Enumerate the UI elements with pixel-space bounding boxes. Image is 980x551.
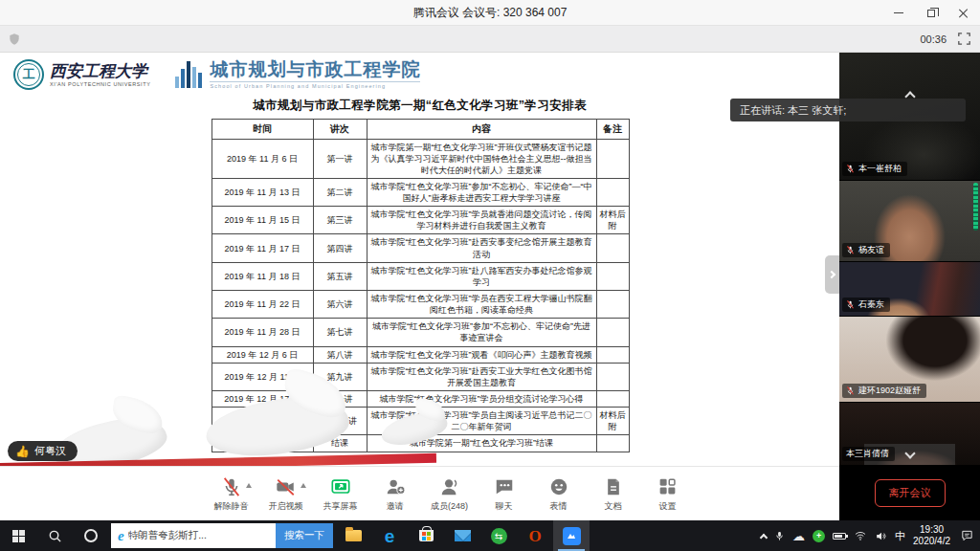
close-button[interactable] xyxy=(947,0,980,26)
university-logo: 工 xyxy=(13,59,44,90)
microsoft-store-button[interactable] xyxy=(408,520,444,551)
folder-icon xyxy=(345,530,362,541)
meeting-toolbar: 解除静音 开启视频 共享屏幕 邀请 成员(248) xyxy=(0,466,839,520)
start-video-button[interactable]: 开启视频 xyxy=(258,475,313,513)
edge-icon: e xyxy=(385,527,395,545)
cell-content: 城市学院“红色文化学习班”学员在西安工程大学骊山书院翻阅红色书籍，阅读革命经典 xyxy=(367,291,596,319)
mic-muted-icon xyxy=(846,246,855,254)
taskbar-clock[interactable]: 19:30 2020/4/2 xyxy=(913,524,950,548)
video-tile[interactable]: 石秦东 xyxy=(839,262,980,317)
emoji-button[interactable]: 表情 xyxy=(531,475,586,513)
news-search-box[interactable]: e 特朗普夸彭斯打... 搜索一下 xyxy=(111,523,333,548)
sidebar-collapse-tab[interactable] xyxy=(825,255,839,294)
table-row: 2019 年 11 月 22 日第六讲城市学院“红色文化学习班”学员在西安工程大… xyxy=(212,291,629,319)
green-app-button[interactable]: ⇆ xyxy=(480,520,517,551)
cell-lecture: 第一讲 xyxy=(313,139,367,178)
document-header: 工 西安工程大学 XI'AN POLYTECHNIC UNIVERSITY 城市… xyxy=(13,59,839,90)
office-icon: O xyxy=(528,528,541,544)
members-icon xyxy=(439,476,460,497)
cell-note xyxy=(596,435,629,452)
invite-button[interactable]: 邀请 xyxy=(368,475,422,513)
meeting-title: 腾讯会议 会议号: 320 364 007 xyxy=(413,5,568,21)
volume-icon[interactable] xyxy=(875,530,887,542)
document-icon xyxy=(604,476,623,497)
main-area: 工 西安工程大学 XI'AN POLYTECHNIC UNIVERSITY 城市… xyxy=(0,53,980,466)
clock-date: 2020/4/2 xyxy=(913,536,950,548)
search-icon xyxy=(48,529,62,543)
fullscreen-button[interactable] xyxy=(958,33,970,45)
cell-lecture: 第三讲 xyxy=(313,207,367,234)
cell-date: 2019 年 11 月 17 日 xyxy=(212,234,313,262)
restore-button[interactable] xyxy=(915,0,947,26)
participant-name: 建环1902赵娅舒 xyxy=(858,385,921,397)
file-explorer-button[interactable] xyxy=(335,520,371,551)
antivirus-shield-icon[interactable]: + xyxy=(813,530,825,542)
col-header-time: 时间 xyxy=(212,120,313,140)
toolbar-right-area: 离开会议 xyxy=(839,466,980,520)
share-screen-button[interactable]: 共享屏幕 xyxy=(313,475,368,513)
cortana-button[interactable] xyxy=(73,520,109,551)
table-row: 2019 年 12 月 6 日第八讲城市学院“红色文化学习班”观看《叩问心声》主… xyxy=(212,346,629,363)
mic-options-caret[interactable] xyxy=(246,483,252,488)
leave-meeting-button[interactable]: 离开会议 xyxy=(875,479,946,507)
edge-button[interactable]: e xyxy=(371,520,408,551)
mail-icon xyxy=(455,530,471,541)
emoji-icon xyxy=(548,476,569,497)
cell-content: 城市学院第一期“红色文化学习班”开班仪式暨杨友谊书记题为《认真学习习近平新时代中… xyxy=(367,139,596,178)
cell-content: 城市学院“红色文化学习班”参加“不忘初心、牢记使命”—“中国好人”唐孝标走进西安… xyxy=(367,178,596,206)
cell-content: 城市学院“红色文化学习班”学员就香港问题交流讨论，传阅学习材料并进行自我爱国主义… xyxy=(367,207,596,234)
mic-muted-icon xyxy=(221,476,242,497)
share-screen-icon xyxy=(329,476,352,497)
participant-name: 本一崔舒柏 xyxy=(858,163,902,175)
cell-date: 2019 年 11 月 13 日 xyxy=(212,178,313,206)
video-tile[interactable]: 杨友谊 xyxy=(839,181,980,262)
table-header-row: 时间 讲次 内容 备注 xyxy=(212,120,629,140)
cell-content: 城市学院“红色文化学习班”学员分组交流讨论学习心得 xyxy=(367,391,596,408)
clock-time: 19:30 xyxy=(913,524,950,537)
unmute-button[interactable]: 解除静音 xyxy=(204,475,258,513)
system-tray: ☁ + 中 19:30 2020/4/2 xyxy=(761,524,980,548)
video-options-caret[interactable] xyxy=(301,483,306,488)
settings-icon xyxy=(657,476,678,496)
video-tile[interactable]: 建环1902赵娅舒 xyxy=(839,317,980,403)
col-header-lecture: 讲次 xyxy=(313,120,367,140)
cell-note: 材料后附 xyxy=(596,408,629,435)
table-row: 2019 年 11 月 28 日第七讲城市学院“红色文化学习班”参加“不忘初心、… xyxy=(212,319,629,346)
tray-mic-icon[interactable] xyxy=(774,530,785,542)
cortana-icon xyxy=(84,529,98,542)
minimize-button[interactable] xyxy=(882,0,915,26)
cell-date: 2019 年 11 月 28 日 xyxy=(212,319,313,346)
cell-lecture: 第四讲 xyxy=(313,234,367,262)
office-button[interactable]: O xyxy=(517,520,553,551)
cell-note xyxy=(596,262,629,290)
ime-indicator[interactable]: 中 xyxy=(895,529,905,543)
audio-level-meter xyxy=(973,183,978,231)
invite-icon xyxy=(385,476,406,497)
members-button[interactable]: 成员(248) xyxy=(422,475,477,513)
tencent-meeting-taskbar-button[interactable] xyxy=(553,520,590,551)
table-row: 2019 年 11 月 6 日第一讲城市学院第一期“红色文化学习班”开班仪式暨杨… xyxy=(212,139,629,178)
chevron-right-icon xyxy=(827,271,835,278)
wifi-icon[interactable] xyxy=(854,530,867,541)
onedrive-cloud-icon[interactable]: ☁ xyxy=(792,530,805,542)
sync-arrows-icon: ⇆ xyxy=(491,528,507,544)
search-submit-button[interactable]: 搜索一下 xyxy=(276,523,333,548)
tray-expand-chevron-icon[interactable] xyxy=(760,533,768,540)
battery-icon[interactable] xyxy=(833,533,846,540)
video-tile[interactable]: 本三肖倩倩 xyxy=(839,403,980,466)
mail-button[interactable] xyxy=(444,520,480,551)
table-row: 2019 年 12 月 11 日第九讲城市学院“红色文化学习班”赴西安工业大学红… xyxy=(212,363,629,390)
meeting-status-bar: 00:36 xyxy=(0,26,980,53)
start-button[interactable] xyxy=(0,520,36,551)
reaction-user-name: 何粤汉 xyxy=(34,444,66,458)
cell-note xyxy=(596,319,629,346)
chat-button[interactable]: 聊天 xyxy=(477,475,531,513)
docs-button[interactable]: 文档 xyxy=(586,475,640,513)
cell-date: 2019 年 11 月 18 日 xyxy=(212,262,313,290)
cell-note xyxy=(596,234,629,262)
cell-date: 2019 年 11 月 6 日 xyxy=(212,139,313,178)
settings-button[interactable]: 设置 xyxy=(640,475,695,513)
action-center-icon[interactable] xyxy=(960,529,974,542)
meeting-timer: 00:36 xyxy=(920,33,947,45)
taskbar-search-button[interactable] xyxy=(36,520,73,551)
